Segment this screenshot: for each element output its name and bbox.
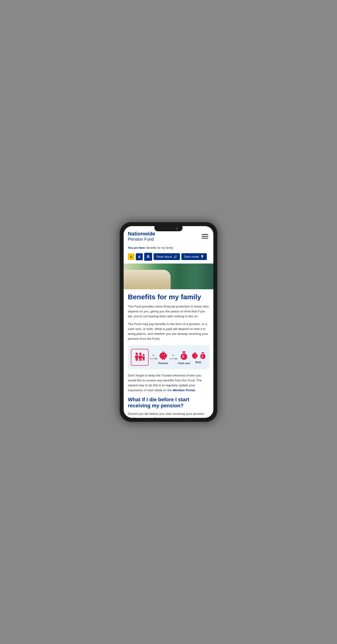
arrow-svg-1 xyxy=(149,357,158,360)
svg-point-23 xyxy=(164,354,165,355)
or-label-1: or xyxy=(152,354,154,356)
svg-rect-5 xyxy=(137,358,138,361)
breadcrumb: You are here: Benefits for my family xyxy=(124,245,213,252)
screen-content: Nationwide Pension Fund You are here: Be… xyxy=(124,226,213,418)
section2-heading: What if I die before I start receiving m… xyxy=(128,396,209,409)
svg-marker-27 xyxy=(176,358,177,360)
dark-mode-button[interactable]: Dark mode 💡 xyxy=(181,253,207,260)
svg-rect-25 xyxy=(164,358,165,360)
dark-mode-label: Dark mode xyxy=(184,255,199,258)
read-aloud-label: Read aloud xyxy=(156,255,172,258)
cash-sum-item: £ Cash sum xyxy=(178,350,190,364)
family-icon xyxy=(134,351,146,364)
phone-notch xyxy=(154,226,183,231)
svg-marker-19 xyxy=(156,358,158,360)
logo: Nationwide Pension Fund xyxy=(128,231,155,242)
hamburger-line-2 xyxy=(202,236,208,237)
svg-rect-24 xyxy=(162,358,163,360)
logo-nationwide: Nationwide xyxy=(128,231,155,237)
read-aloud-button[interactable]: Read aloud 🔊 xyxy=(154,253,180,260)
svg-point-32 xyxy=(196,355,198,356)
svg-point-33 xyxy=(195,354,196,355)
svg-rect-11 xyxy=(141,358,142,361)
family-icon-item xyxy=(131,349,149,366)
phone-screen: Nationwide Pension Fund You are here: Be… xyxy=(124,226,213,418)
svg-point-6 xyxy=(139,353,142,355)
or-label-2: or xyxy=(172,354,174,356)
both-coin-bag-icon: £ xyxy=(200,351,206,360)
svg-rect-2 xyxy=(135,356,136,358)
svg-point-0 xyxy=(136,353,138,355)
pension-piggy-icon xyxy=(158,350,168,360)
both-piggy-icon xyxy=(191,351,199,360)
font-size-large-button[interactable]: A xyxy=(144,253,152,261)
phone-frame: Nationwide Pension Fund You are here: Be… xyxy=(119,222,218,422)
svg-point-28 xyxy=(182,351,186,353)
page-title: Benefits for my family xyxy=(128,293,209,301)
phone-camera xyxy=(176,228,178,230)
svg-point-12 xyxy=(143,354,145,356)
svg-rect-10 xyxy=(139,358,140,361)
svg-rect-15 xyxy=(144,356,144,358)
svg-rect-9 xyxy=(141,356,142,358)
svg-point-36 xyxy=(201,352,204,354)
family-icon-box xyxy=(131,349,149,366)
member-portal-paragraph: Don't forget to keep the Trustee informe… xyxy=(128,373,209,393)
font-size-medium-button[interactable]: A xyxy=(136,253,143,260)
section2-paragraph: Should you die before you start receivin… xyxy=(128,412,209,418)
pension-item: Pension xyxy=(158,350,168,364)
both-item: £ Both xyxy=(191,351,206,364)
arrow-1: or xyxy=(149,354,158,360)
accessibility-toolbar: A A A Read aloud 🔊 Dark mode 💡 xyxy=(124,252,213,264)
both-label: Both xyxy=(195,361,201,364)
main-content: Benefits for my family The Fund provides… xyxy=(124,289,213,418)
intro-paragraph-1: The Fund provides some financial protect… xyxy=(128,304,209,319)
font-size-small-button[interactable]: A xyxy=(128,254,134,260)
hamburger-line-3 xyxy=(202,238,208,238)
svg-rect-16 xyxy=(143,359,143,361)
svg-text:£: £ xyxy=(201,355,203,358)
hamburger-line-1 xyxy=(202,234,208,235)
arrow-svg-2 xyxy=(169,357,177,360)
member-portal-link[interactable]: Member Portal. xyxy=(173,388,196,392)
svg-rect-8 xyxy=(139,356,140,358)
svg-rect-4 xyxy=(136,358,137,361)
both-icons-group: £ xyxy=(191,351,206,360)
intro-paragraph-2: The Fund may pay benefits in the form of… xyxy=(128,322,209,342)
hero-image xyxy=(124,264,213,289)
svg-rect-14 xyxy=(142,356,143,358)
benefits-diagram: or xyxy=(128,345,209,370)
lightbulb-icon: 💡 xyxy=(200,255,204,258)
arrow-2: or xyxy=(169,354,177,360)
hero-image-inner xyxy=(124,264,213,289)
cash-sum-icon: £ xyxy=(180,350,188,360)
breadcrumb-prefix: You are here: xyxy=(128,246,146,250)
svg-text:£: £ xyxy=(182,354,184,358)
pension-label: Pension xyxy=(158,362,168,364)
hamburger-menu[interactable] xyxy=(201,233,209,240)
svg-rect-34 xyxy=(194,358,195,359)
svg-point-22 xyxy=(165,354,167,356)
logo-fund: Pension Fund xyxy=(128,237,155,242)
svg-rect-3 xyxy=(137,356,138,358)
breadcrumb-current: Benefits for my family xyxy=(146,246,173,250)
speaker-icon: 🔊 xyxy=(173,255,177,258)
cash-sum-label: Cash sum xyxy=(178,362,190,364)
svg-rect-17 xyxy=(144,359,144,361)
svg-rect-35 xyxy=(195,358,196,359)
